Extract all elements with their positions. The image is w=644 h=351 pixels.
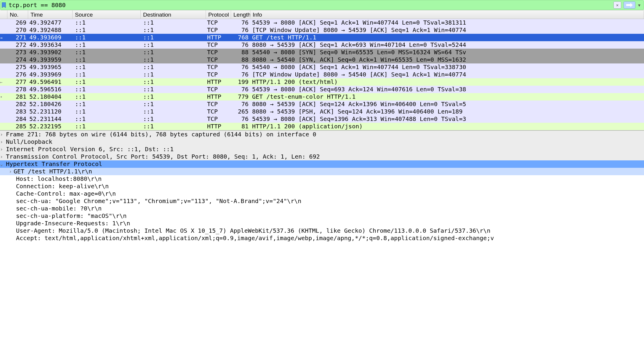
col-header-source[interactable]: Source — [73, 10, 141, 19]
http-header-line[interactable]: Accept: text/html,application/xhtml+xml,… — [0, 234, 644, 242]
detail-ip[interactable]: › Internet Protocol Version 6, Src: ::1,… — [0, 146, 644, 153]
packet-row[interactable]: 27249.393634::1::1TCP768080 → 54539 [ACK… — [0, 41, 644, 49]
packet-row[interactable]: 27349.393902::1::1TCP8854540 → 8080 [SYN… — [0, 49, 644, 56]
packet-list[interactable]: 26949.392477::1::1TCP7654539 → 8080 [ACK… — [0, 19, 644, 130]
expand-icon[interactable]: › — [9, 168, 12, 175]
http-header-line[interactable]: Host: localhost:8080\r\n — [0, 175, 644, 183]
filter-history-dropdown[interactable]: ▾ — [637, 1, 642, 9]
packet-row[interactable]: 27549.393965::1::1TCP7654540 → 8080 [ACK… — [0, 63, 644, 71]
collapse-icon[interactable]: ⌄ — [0, 160, 3, 168]
packet-row[interactable]: 28452.231144::1::1TCP7654539 → 8080 [ACK… — [0, 115, 644, 123]
detail-get-line[interactable]: › GET /test HTTP/1.1\r\n — [0, 168, 644, 175]
detail-http[interactable]: ⌄ Hypertext Transfer Protocol — [0, 160, 644, 168]
packet-row[interactable]: 28252.180426::1::1TCP768080 → 54539 [ACK… — [0, 100, 644, 108]
expand-icon[interactable]: › — [0, 131, 3, 138]
detail-text: Null/Loopback — [6, 138, 52, 146]
expand-icon[interactable]: › — [0, 153, 3, 160]
http-header-line[interactable]: Connection: keep-alive\r\n — [0, 183, 644, 190]
packet-row[interactable]: 27849.596516::1::1TCP7654539 → 8080 [ACK… — [0, 86, 644, 93]
packet-details-pane[interactable]: › Frame 271: 768 bytes on wire (6144 bit… — [0, 130, 644, 242]
detail-text: Hypertext Transfer Protocol — [6, 160, 102, 168]
apply-filter-button[interactable] — [624, 1, 635, 9]
col-header-protocol[interactable]: Protocol — [206, 10, 231, 19]
col-header-info[interactable]: Info — [250, 10, 644, 19]
expand-icon[interactable]: › — [0, 146, 3, 153]
packet-row[interactable]: 27449.393959::1::1TCP888080 → 54540 [SYN… — [0, 56, 644, 63]
packet-row[interactable]: →27149.393609::1::1HTTP768GET /test HTTP… — [0, 34, 644, 41]
detail-text: GET /test HTTP/1.1\r\n — [14, 168, 92, 175]
col-header-destination[interactable]: Destination — [141, 10, 206, 19]
http-header-line[interactable]: sec-ch-ua: "Google Chrome";v="113", "Chr… — [0, 197, 644, 205]
http-header-line[interactable]: User-Agent: Mozilla/5.0 (Macintosh; Inte… — [0, 227, 644, 234]
http-header-line[interactable]: Upgrade-Insecure-Requests: 1\r\n — [0, 220, 644, 227]
clear-filter-button[interactable]: ✕ — [613, 1, 621, 9]
detail-text: Frame 271: 768 bytes on wire (6144 bits)… — [6, 131, 316, 138]
bookmark-icon[interactable] — [0, 2, 7, 8]
packet-row[interactable]: 26949.392477::1::1TCP7654539 → 8080 [ACK… — [0, 19, 644, 26]
packet-row[interactable]: 28352.231120::1::1TCP2658080 → 54539 [PS… — [0, 108, 644, 115]
packet-row[interactable]: 28552.232195::1::1HTTP81HTTP/1.1 200 (ap… — [0, 123, 644, 130]
col-gutter — [0, 10, 7, 19]
detail-null[interactable]: › Null/Loopback — [0, 138, 644, 146]
display-filter-bar: ✕ ▾ — [0, 0, 644, 10]
detail-frame[interactable]: › Frame 271: 768 bytes on wire (6144 bit… — [0, 131, 644, 138]
detail-tcp[interactable]: › Transmission Control Protocol, Src Por… — [0, 153, 644, 160]
http-header-line[interactable]: Cache-Control: max-age=0\r\n — [0, 190, 644, 197]
col-header-time[interactable]: Time — [28, 10, 73, 19]
packet-row[interactable]: •28152.180404::1::1HTTP779GET /test-enum… — [0, 93, 644, 100]
detail-text: Internet Protocol Version 6, Src: ::1, D… — [6, 146, 174, 153]
http-header-line[interactable]: sec-ch-ua-mobile: ?0\r\n — [0, 205, 644, 212]
http-header-line[interactable]: sec-ch-ua-platform: "macOS"\r\n — [0, 212, 644, 220]
col-header-no[interactable]: No. — [7, 10, 28, 19]
packet-row[interactable]: 27649.393969::1::1TCP76[TCP Window Updat… — [0, 71, 644, 78]
expand-icon[interactable]: › — [0, 138, 3, 146]
packet-list-header: No. Time Source Destination Protocol Len… — [0, 10, 644, 19]
packet-row[interactable]: 27049.392488::1::1TCP76[TCP Window Updat… — [0, 26, 644, 34]
packet-row[interactable]: ←27749.596491::1::1HTTP199HTTP/1.1 200 (… — [0, 78, 644, 86]
col-header-length[interactable]: Length — [231, 10, 250, 19]
detail-text: Transmission Control Protocol, Src Port:… — [6, 153, 320, 160]
display-filter-input[interactable] — [7, 0, 613, 10]
